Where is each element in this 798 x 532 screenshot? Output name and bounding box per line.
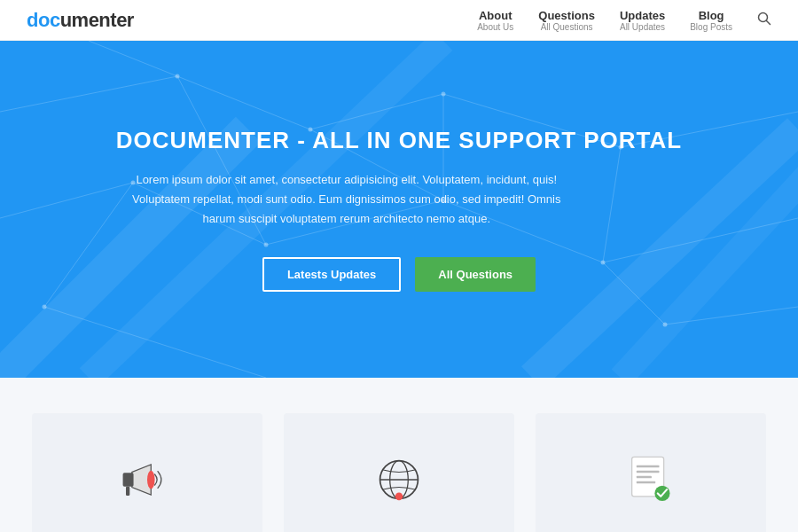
svg-line-18 xyxy=(44,307,266,378)
nav-questions-main: Questions xyxy=(538,9,595,22)
svg-rect-38 xyxy=(126,487,129,496)
search-button[interactable] xyxy=(757,12,771,28)
nav-blog-sub: Blog Posts xyxy=(690,22,732,32)
nav-questions[interactable]: Questions All Questions xyxy=(538,9,595,32)
svg-line-1 xyxy=(767,21,771,25)
hero-description: Lorem ipsum dolor sit amet, consectetur … xyxy=(116,170,577,229)
svg-rect-45 xyxy=(636,471,659,473)
svg-point-25 xyxy=(176,74,180,79)
header: documenter About About Us Questions All … xyxy=(0,0,798,41)
svg-rect-36 xyxy=(123,473,134,486)
svg-line-12 xyxy=(89,41,177,76)
hero-content: DOCUMENTER - ALL IN ONE SUPPORT PORTAL L… xyxy=(98,127,700,292)
nav-about-sub: About Us xyxy=(477,22,513,32)
svg-line-3 xyxy=(177,76,310,129)
card-megaphone xyxy=(32,413,262,532)
svg-rect-47 xyxy=(636,481,654,484)
logo[interactable]: documenter xyxy=(27,9,134,32)
nav-updates[interactable]: Updates All Updates xyxy=(620,9,665,32)
svg-point-37 xyxy=(147,471,155,489)
card-document xyxy=(536,413,766,532)
logo-doc: doc xyxy=(27,9,60,31)
svg-rect-44 xyxy=(636,466,659,468)
svg-rect-46 xyxy=(636,476,651,479)
svg-line-20 xyxy=(665,307,798,325)
card-globe xyxy=(284,413,514,532)
main-nav: About About Us Questions All Questions U… xyxy=(477,9,771,32)
document-check-icon xyxy=(622,453,680,506)
svg-point-34 xyxy=(663,323,668,327)
hero-title: DOCUMENTER - ALL IN ONE SUPPORT PORTAL xyxy=(116,127,682,154)
cards-section xyxy=(0,378,798,532)
nav-blog[interactable]: Blog Blog Posts xyxy=(690,9,732,32)
all-questions-button[interactable]: All Questions xyxy=(415,257,536,292)
svg-line-2 xyxy=(0,76,177,112)
nav-about[interactable]: About About Us xyxy=(477,9,513,32)
svg-line-4 xyxy=(310,94,443,129)
svg-point-27 xyxy=(442,92,446,97)
globe-icon xyxy=(372,453,426,506)
nav-updates-main: Updates xyxy=(620,9,665,22)
latest-updates-button[interactable]: Latests Updates xyxy=(262,257,401,292)
nav-blog-main: Blog xyxy=(699,9,724,22)
hero-buttons: Latests Updates All Questions xyxy=(116,257,682,292)
hero-section: DOCUMENTER - ALL IN ONE SUPPORT PORTAL L… xyxy=(0,41,798,378)
nav-questions-sub: All Questions xyxy=(541,22,593,32)
megaphone-icon xyxy=(116,453,178,506)
svg-point-33 xyxy=(43,305,47,309)
logo-umenter: umenter xyxy=(60,9,134,31)
nav-updates-sub: All Updates xyxy=(620,22,665,32)
search-icon xyxy=(757,12,771,26)
nav-about-main: About xyxy=(479,9,512,22)
svg-point-42 xyxy=(395,493,403,501)
